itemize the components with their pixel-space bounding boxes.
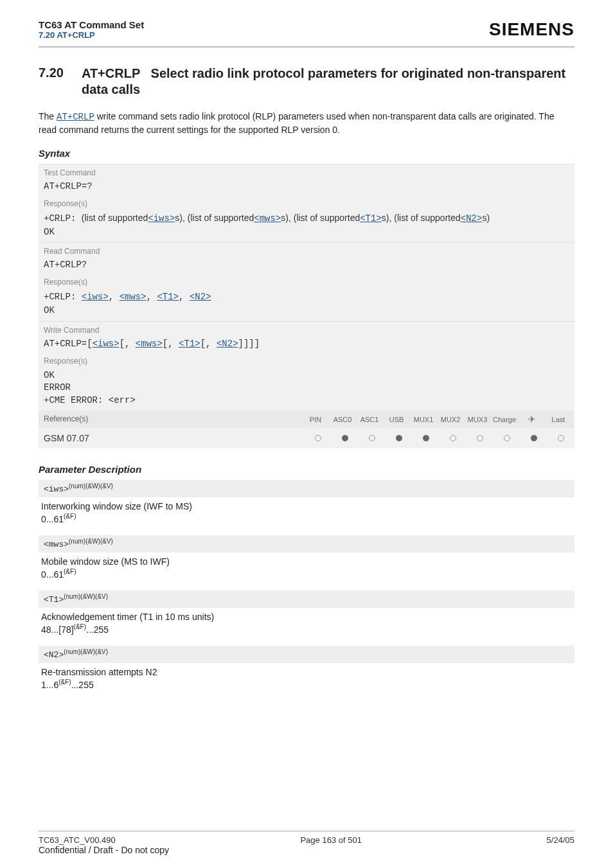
n2-link[interactable]: <N2> (461, 213, 483, 224)
dot-asc0 (332, 433, 359, 443)
test-response: +CRLP: (list of supported<iws>s), (list … (39, 211, 574, 242)
write-command-label: Write Command (39, 322, 574, 337)
lb1: [ (87, 339, 92, 349)
col-charge: Charge (491, 416, 518, 423)
t3-text: s), (list of supported (281, 213, 360, 223)
cme-text: +CME ERROR: <err> (44, 395, 136, 405)
write-response: OK ERROR +CME ERROR: <err> (39, 368, 574, 411)
n2-range-b: ...255 (71, 679, 94, 689)
param-t1-header: <T1>(num)(&W)(&V) (39, 590, 574, 607)
dot-mux1 (413, 433, 440, 443)
intro-text-a: The (39, 111, 57, 121)
comma-6: , (206, 339, 217, 349)
write-prefix: AT+CRLP= (44, 339, 87, 349)
ok-text-3: OK (44, 370, 55, 380)
brand-logo: SIEMENS (489, 19, 574, 40)
n2-link-3[interactable]: <N2> (217, 339, 238, 349)
section-cmd: AT+CRLP (82, 66, 140, 80)
col-asc1: ASC1 (356, 416, 383, 423)
param-t1-desc: Acknowledgement timer (T1 in 10 ms units… (39, 608, 574, 623)
dot-airplane (520, 433, 547, 443)
param-n2-attrs: (num)(&W)(&V) (64, 648, 108, 655)
read-command-label: Read Command (39, 243, 574, 258)
read-command-box: Read Command AT+CRLP? Response(s) +CRLP:… (39, 242, 574, 321)
dot-usb (386, 433, 413, 443)
t1-link-3[interactable]: <T1> (179, 339, 200, 349)
footer-center: Page 163 of 501 (300, 835, 361, 845)
iws-link-3[interactable]: <iws> (93, 339, 120, 349)
dot-pin (305, 433, 332, 443)
n2-range-a: 1...6 (41, 679, 58, 689)
param-iws-name: <iws> (44, 485, 69, 495)
header-left: TC63 AT Command Set 7.20 AT+CRLP (39, 19, 144, 40)
write-command-code: AT+CRLP=[<iws>[, <mws>[, <T1>[, <N2>]]]] (39, 337, 574, 353)
syntax-heading: Syntax (39, 148, 574, 159)
dot-mux2 (440, 433, 466, 443)
n2-range-sup: (&F) (58, 678, 71, 686)
lb4: [ (200, 339, 206, 349)
dot-asc1 (359, 433, 386, 443)
doc-title: TC63 AT Command Set (39, 19, 144, 30)
read-command-code: AT+CRLP? (39, 258, 574, 274)
footer-left: TC63_ATC_V00.490 (39, 835, 116, 845)
col-mux1: MUX1 (410, 416, 437, 423)
t1-range-a: 48...[78] (41, 624, 74, 634)
t1-link[interactable]: <T1> (360, 213, 382, 224)
header-divider (39, 46, 574, 48)
param-t1-attrs: (num)(&W)(&V) (64, 593, 108, 600)
col-last: Last (545, 416, 572, 423)
t1-text: (list of supported (82, 213, 148, 223)
comma-2: , (147, 292, 157, 302)
param-n2-range: 1...6(&F)...255 (39, 678, 574, 696)
reference-value: GSM 07.07 (39, 428, 305, 448)
comma-4: , (125, 339, 136, 349)
iws-range-a: 0...61 (41, 513, 64, 524)
reference-label: Reference(s) (39, 411, 302, 428)
col-mux3: MUX3 (464, 416, 491, 423)
param-mws-desc: Mobile window size (MS to IWF) (39, 553, 574, 568)
doc-subtitle: 7.20 AT+CRLP (39, 30, 144, 40)
read-response-label: Response(s) (39, 274, 574, 289)
footer-divider (39, 831, 574, 831)
section-rest: Select radio link protocol parameters fo… (82, 66, 565, 96)
section-heading: 7.20 AT+CRLP Select radio link protocol … (39, 66, 574, 98)
intro-text-b: write command sets radio link protocol (… (39, 111, 554, 135)
param-n2-header: <N2>(num)(&W)(&V) (39, 646, 574, 662)
atcrlp-link[interactable]: AT+CRLP (57, 112, 94, 122)
comma-3: , (179, 292, 190, 302)
reference-data-row: GSM 07.07 (39, 428, 574, 448)
comma-1: , (109, 292, 120, 302)
param-mws-range: 0...61(&F) (39, 568, 574, 586)
param-iws-range: 0...61(&F) (39, 513, 574, 531)
lb2: [ (120, 339, 125, 349)
param-iws-attrs: (num)(&W)(&V) (69, 483, 113, 490)
t1-link-2[interactable]: <T1> (157, 292, 179, 302)
iws-link-2[interactable]: <iws> (82, 292, 109, 302)
comma-5: , (168, 339, 179, 349)
footer-right: 5/24/05 (547, 835, 574, 845)
mws-link-3[interactable]: <mws> (136, 339, 163, 349)
n2-link-2[interactable]: <N2> (190, 292, 211, 302)
iws-link[interactable]: <iws> (148, 213, 175, 224)
write-command-box: Write Command AT+CRLP=[<iws>[, <mws>[, <… (39, 321, 574, 411)
col-pin: PIN (302, 416, 329, 423)
param-desc-heading: Parameter Description (39, 464, 574, 475)
test-command-box: Test Command AT+CRLP=? Response(s) +CRLP… (39, 164, 574, 242)
param-mws-attrs: (num)(&W)(&V) (69, 538, 113, 545)
footer-confidential: Confidential / Draft - Do not copy (39, 845, 574, 855)
col-mux2: MUX2 (437, 416, 464, 423)
section-title-text: AT+CRLP Select radio link protocol param… (82, 66, 574, 98)
mws-link-2[interactable]: <mws> (120, 292, 147, 302)
mws-link[interactable]: <mws> (254, 213, 281, 224)
iws-range-sup: (&F) (64, 513, 76, 520)
page-header: TC63 AT Command Set 7.20 AT+CRLP SIEMENS (39, 19, 574, 40)
t5-text: s) (482, 213, 490, 223)
mws-range-a: 0...61 (41, 569, 64, 579)
ok-text: OK (44, 227, 55, 237)
mws-range-sup: (&F) (64, 568, 76, 575)
test-command-code: AT+CRLP=? (39, 180, 574, 195)
t1-range-b: ...255 (86, 624, 109, 634)
test-response-label: Response(s) (39, 195, 574, 211)
dot-last (547, 433, 574, 443)
test-command-label: Test Command (39, 164, 574, 180)
